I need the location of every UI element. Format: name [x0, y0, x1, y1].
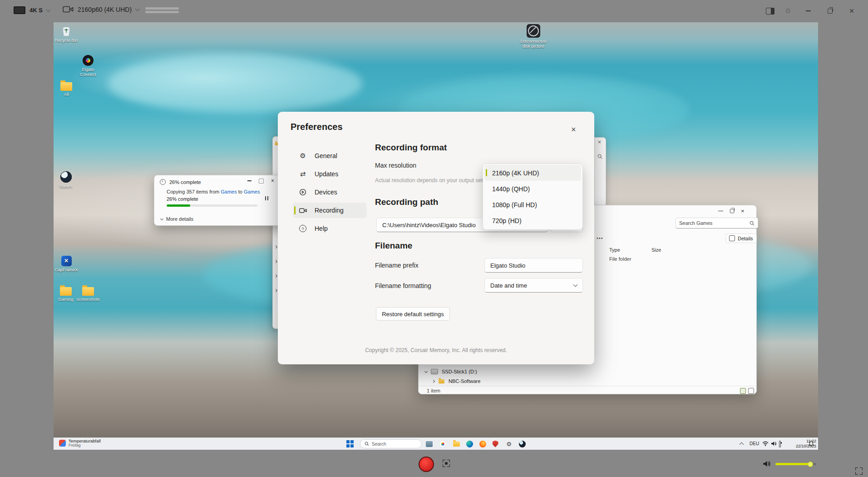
list-view-toggle-icon[interactable] [740, 388, 746, 394]
chevron-right-icon [274, 289, 277, 292]
column-header-size[interactable]: Size [651, 247, 661, 253]
close-icon[interactable]: × [741, 208, 745, 214]
tray-overflow-chevron[interactable] [740, 442, 744, 447]
close-icon: × [598, 139, 601, 145]
grid-view-toggle-icon[interactable] [748, 388, 754, 394]
restore-defaults-button[interactable]: Restore default settings [376, 307, 450, 321]
desktop-icon-capframex[interactable]: ✕ CapFrameX [54, 256, 80, 273]
details-view-button[interactable]: Details [725, 234, 757, 243]
format-label: 2160p60 (4K UHD) [78, 6, 132, 13]
pause-button[interactable] [265, 196, 268, 200]
copy-dialog-title: 26% complete [169, 179, 201, 185]
restore-button[interactable] [819, 9, 841, 14]
taskbar-settings-gear-icon[interactable]: ⚙ [504, 439, 513, 448]
record-button[interactable] [419, 457, 434, 472]
minimize-icon [806, 10, 811, 11]
source-folder-link[interactable]: Games [221, 189, 237, 194]
destination-folder-link[interactable]: Games [244, 189, 260, 194]
filename-prefix-value: Elgato Studio [490, 262, 525, 269]
dialog-close-button[interactable]: × [571, 125, 576, 134]
item-count: 1 item [427, 388, 440, 393]
taskbar: Temperaturabfall Freitag Search ⚙ DEU [54, 437, 818, 450]
sidebar-item-label: Updates [315, 170, 338, 178]
minimize-button[interactable] [797, 10, 819, 11]
camera-icon [299, 208, 307, 214]
resolution-option-720p[interactable]: 720p (HD) [484, 213, 581, 229]
maximize-icon[interactable] [259, 179, 264, 184]
taskbar-steam-icon[interactable] [518, 439, 527, 448]
volume-speaker-icon[interactable] [763, 460, 771, 467]
chevron-down-icon [573, 283, 578, 287]
chevron-right-icon [274, 274, 277, 278]
chevron-right-icon [274, 260, 277, 263]
battery-icon[interactable] [779, 441, 781, 447]
copyright-text: Copyright © 2025, Corsair Memory, Inc. A… [278, 347, 594, 353]
format-selector[interactable]: 2160p60 (4K UHD) [63, 5, 139, 13]
restore-icon [828, 9, 833, 14]
search-label: Search [372, 442, 386, 447]
more-actions-button[interactable]: ••• [597, 235, 603, 241]
explorer-search-input[interactable]: Search Games [676, 218, 758, 229]
tree-folder-label: NBC-Software [449, 378, 480, 384]
resolution-option-1440p[interactable]: 1440p (QHD) [484, 181, 581, 197]
tree-item-folder[interactable]: NBC-Software [432, 378, 480, 384]
desktop-icon-label: Elgato Connect [74, 67, 102, 77]
wifi-icon[interactable] [762, 441, 769, 446]
start-button[interactable] [345, 439, 355, 448]
desktop-icon-label: Steam [59, 184, 72, 189]
sidebar-item-updates[interactable]: ⇄ Updates [293, 166, 366, 182]
minimize-icon[interactable] [718, 211, 723, 211]
elgato-connect-icon [83, 55, 94, 66]
minimize-icon[interactable] [247, 180, 252, 181]
sidebar-item-recording[interactable]: Recording [293, 203, 366, 218]
audio-meter-bar [145, 7, 179, 10]
more-details-label: More details [166, 216, 193, 222]
copy-progress-bar [167, 204, 257, 207]
speaker-icon[interactable] [771, 441, 777, 446]
desktop-icon-screenshots[interactable]: screenshots [74, 287, 102, 302]
language-indicator[interactable]: DEU [750, 441, 759, 446]
maximize-icon[interactable] [730, 209, 734, 213]
sidebar-item-general[interactable]: ⚙ General [293, 148, 366, 164]
fullscreen-button[interactable] [855, 467, 863, 475]
resolution-option-1080p[interactable]: 1080p (Full HD) [484, 197, 581, 213]
taskbar-search[interactable]: Search [360, 439, 422, 448]
copy-description-text: to [237, 189, 244, 194]
audio-meter [145, 7, 179, 13]
taskbar-file-explorer-icon[interactable] [424, 439, 434, 448]
device-selector[interactable]: 4K S [14, 6, 50, 14]
desktop-icon-elgato-connect[interactable]: Elgato Connect [74, 55, 102, 77]
desktop-icon-all[interactable]: All [54, 82, 80, 97]
sidebar-item-devices[interactable]: Devices [293, 184, 366, 200]
desktop-icon-label: screenshots [76, 297, 99, 302]
taskbar-folder-icon[interactable] [452, 439, 461, 448]
taskbar-firefox-icon[interactable] [478, 439, 487, 448]
more-details-toggle[interactable]: More details [161, 216, 193, 222]
desktop-icon-steam[interactable]: Steam [54, 171, 79, 189]
folder-icon [60, 82, 72, 91]
taskbar-chrome-icon[interactable] [438, 439, 447, 448]
resolution-option-2160p[interactable]: 2160p (4K UHD) [484, 165, 581, 181]
filename-formatting-select[interactable]: Date and time [484, 278, 583, 293]
weather-widget[interactable]: Temperaturabfall Freitag [59, 439, 101, 448]
column-header-type[interactable]: Type [609, 247, 620, 253]
tree-item-drive[interactable]: SSD-Stick1 (D:) [425, 369, 477, 374]
notification-bell-icon[interactable] [809, 441, 814, 447]
copy-progress-fill [167, 204, 190, 207]
desktop-icon-recycle-bin[interactable]: Recycle Bin [54, 25, 80, 43]
sidebar-item-help[interactable]: ? Help [293, 221, 366, 236]
desktop-icon-disconnected-disk[interactable]: Disconnected disk picture [518, 24, 548, 49]
capture-frame-button[interactable] [443, 460, 450, 467]
filename-prefix-input[interactable]: Elgato Studio [484, 258, 583, 273]
toggle-sidebar-button[interactable] [761, 8, 779, 15]
disconnected-disk-icon [527, 24, 540, 38]
taskbar-edge-icon[interactable] [465, 439, 474, 448]
volume-slider[interactable] [775, 463, 816, 465]
volume-thumb[interactable] [808, 462, 813, 467]
search-icon [597, 154, 602, 159]
recycle-bin-icon [61, 25, 72, 37]
close-button[interactable]: × [841, 7, 863, 15]
taskbar-security-shield-icon[interactable] [491, 439, 500, 448]
settings-button[interactable]: ⚙ [779, 7, 797, 15]
close-icon[interactable]: × [271, 178, 274, 184]
